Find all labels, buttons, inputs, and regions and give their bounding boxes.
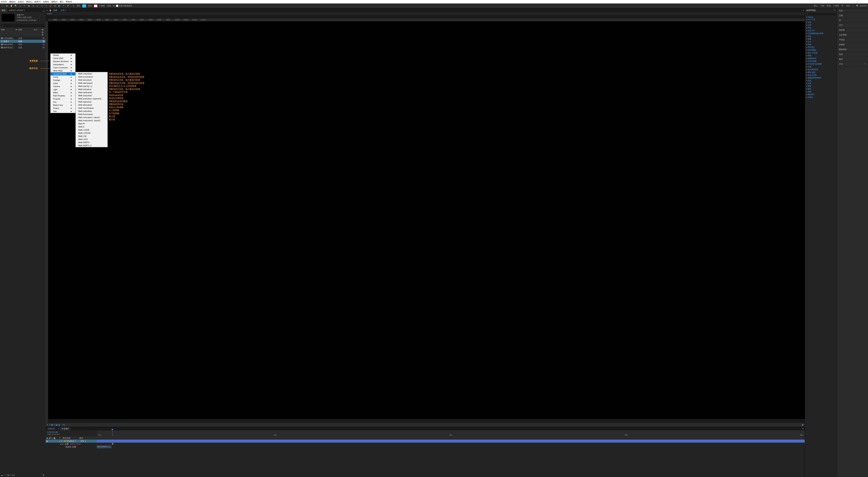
- sub-item[interactable]: Math.min(value1, value2): [76, 116, 107, 119]
- sub-item[interactable]: Math.tan(value): [76, 78, 107, 81]
- sub-item[interactable]: Math.sin(value): [76, 88, 107, 91]
- ctx-item-color-conversion[interactable]: Color Conversion▶: [51, 66, 75, 69]
- expression-text[interactable]: sform.position: [97, 445, 112, 448]
- ws-library[interactable]: 库: [842, 4, 843, 7]
- comp-tab[interactable]: ■ 合成2: [60, 427, 70, 430]
- effect-category[interactable]: ▶音频: [806, 90, 836, 93]
- ctx-item-vector-math[interactable]: Vector Math▶: [51, 57, 75, 60]
- sub-item[interactable]: Math.sqrt(value): [76, 91, 107, 94]
- orbit-tool-icon[interactable]: ◯: [18, 4, 22, 8]
- viewer-tab2[interactable]: 合成 2: [59, 8, 68, 12]
- side-panel-信息[interactable]: 信息: [837, 8, 868, 13]
- layer-row[interactable]: ◉ ▸ 1 形状图层 1 正常▾: [45, 440, 805, 443]
- effect-category[interactable]: ▶扭曲: [806, 35, 836, 38]
- position-property[interactable]: 位置: [65, 443, 69, 445]
- puppet-tool-icon[interactable]: 📌: [66, 4, 70, 8]
- zoom-tool-icon[interactable]: 🔍: [14, 4, 18, 8]
- side-panel-字符[interactable]: 字符≡: [837, 62, 868, 67]
- menu-file[interactable]: 文件(F): [1, 1, 7, 3]
- viewer-menu-icon[interactable]: ≡: [803, 9, 804, 11]
- effect-category[interactable]: ▶通道: [806, 88, 836, 90]
- pan-behind-tool-icon[interactable]: ⊕: [31, 4, 35, 8]
- sub-item[interactable]: Math.E: [76, 125, 107, 128]
- effect-category[interactable]: ▶Vranos: [806, 16, 836, 18]
- sub-item[interactable]: Math.max(value1, value2): [76, 119, 107, 122]
- menu-view[interactable]: 视图(V): [51, 1, 58, 3]
- tl-menu-icon[interactable]: ≡: [801, 428, 805, 430]
- ctx-item-effect[interactable]: Effect▶: [51, 91, 75, 94]
- add-label[interactable]: 添加: [107, 4, 111, 7]
- viewer-close-icon[interactable]: ×: [46, 9, 48, 11]
- ctx-item-project[interactable]: Project▶: [51, 107, 75, 110]
- ctx-item-global[interactable]: Global▶: [51, 54, 75, 57]
- side-panel-动态草图[interactable]: 动态草图: [837, 33, 868, 37]
- effect-category[interactable]: ▶模糊和锐化: [806, 57, 836, 60]
- effect-category[interactable]: ▶视频局部抠像插件: [806, 76, 836, 79]
- sub-item[interactable]: Math.PI: [76, 122, 107, 125]
- lock-icon[interactable]: 🔒: [49, 9, 52, 11]
- eye-icon[interactable]: ◉: [46, 440, 48, 442]
- new-comp-icon[interactable]: ▣: [7, 474, 9, 476]
- text-tool-icon[interactable]: T: [44, 4, 48, 8]
- panel-menu-icon[interactable]: »≡: [41, 10, 45, 12]
- sub-item[interactable]: Math.LOG2E: [76, 128, 107, 131]
- tab-close-icon[interactable]: ×: [57, 428, 60, 430]
- sub-item[interactable]: Math.atan(value): [76, 81, 107, 84]
- menu-effect[interactable]: 效果(T): [34, 1, 41, 3]
- effect-category[interactable]: ▶透视: [806, 85, 836, 88]
- fill-label[interactable]: 填充: [76, 4, 81, 7]
- home-icon[interactable]: ⌂: [1, 4, 5, 8]
- menu-edit[interactable]: 编辑(E): [9, 1, 16, 3]
- sub-item[interactable]: Math.abs(value): [76, 103, 107, 106]
- ctx-item-property[interactable]: Property▶: [51, 97, 75, 100]
- sub-item[interactable]: Math.ceil(value): [76, 110, 107, 113]
- effect-category[interactable]: ▶立面: [806, 24, 836, 27]
- ctx-item-light[interactable]: Light▶: [51, 88, 75, 91]
- timecode[interactable]: 0:00:01:09: [47, 431, 95, 434]
- effects-menu-icon[interactable]: ≡: [834, 9, 835, 11]
- ctx-item-interpolation[interactable]: Interpolation▶: [51, 63, 75, 66]
- project-tab[interactable]: 项目: [0, 8, 7, 12]
- project-row[interactable]: 循环表达式合成25: [0, 46, 45, 49]
- sub-item[interactable]: Math.LN10: [76, 138, 107, 141]
- effect-category[interactable]: ▶生成: [806, 65, 836, 68]
- ctx-item-random-numbers[interactable]: Random Numbers▶: [51, 60, 75, 63]
- star-icon[interactable]: ★: [72, 4, 75, 8]
- camera-tool-icon[interactable]: ▦: [27, 4, 31, 8]
- effect-category[interactable]: ▶声道: [806, 27, 836, 29]
- trash-icon[interactable]: 🗑: [43, 474, 44, 476]
- effect-category[interactable]: ▶过时: [806, 79, 836, 82]
- breadcrumb[interactable]: 合成 2: [45, 12, 805, 15]
- ws-small[interactable]: 小屏幕: [833, 4, 839, 7]
- ctx-item-marker-key[interactable]: Marker Key▶: [51, 104, 75, 107]
- sub-item[interactable]: Math.floor(value): [76, 113, 107, 116]
- timeline-ruler[interactable]: 01s 02s 03s 04s 05s: [97, 430, 805, 436]
- position-value[interactable]: 418.5, 279.5: [70, 443, 81, 445]
- effect-category[interactable]: ▶文本: [806, 40, 836, 43]
- effect-category[interactable]: ▶YY小工具: [806, 18, 836, 21]
- sub-item[interactable]: Math.SQRT1_2: [76, 144, 107, 147]
- res-dropdown[interactable]: ▾ ▦ ◫ ▦ ◨: [50, 424, 60, 426]
- bpc-icon[interactable]: 8 bpc: [10, 474, 15, 476]
- sub-item[interactable]: Math.log(value): [76, 100, 107, 103]
- folder-icon[interactable]: ▭: [4, 474, 6, 476]
- ws-learn[interactable]: 了解: [820, 4, 824, 7]
- effect-category[interactable]: ▶实用工具: [806, 29, 836, 32]
- sub-item[interactable]: Math.LN2: [76, 135, 107, 138]
- rotate-tool-icon[interactable]: ↻: [23, 4, 26, 8]
- side-panel-跟踪器[interactable]: 跟踪器: [837, 28, 868, 33]
- hand-tool-icon[interactable]: ✋: [9, 4, 13, 8]
- effect-category[interactable]: ▶沉浸式视频: [806, 60, 836, 63]
- sub-item[interactable]: Math.LOG10E: [76, 131, 107, 135]
- sub-item[interactable]: Math.cos(value): [76, 72, 107, 75]
- mag-dropdown[interactable]: ▾: [47, 424, 48, 426]
- side-panel-库[interactable]: 库: [837, 18, 868, 23]
- sub-item[interactable]: Math.round(value): [76, 106, 107, 110]
- sub-item[interactable]: Math.acos(value): [76, 75, 107, 78]
- effects-search[interactable]: ρ: [806, 13, 836, 15]
- render-queue-tab[interactable]: 渲染队列: [45, 427, 57, 430]
- side-panel-音频[interactable]: 音频: [837, 13, 868, 18]
- clone-tool-icon[interactable]: ⊞: [53, 4, 57, 8]
- playhead[interactable]: [112, 430, 113, 436]
- stroke-swatch[interactable]: [94, 4, 98, 7]
